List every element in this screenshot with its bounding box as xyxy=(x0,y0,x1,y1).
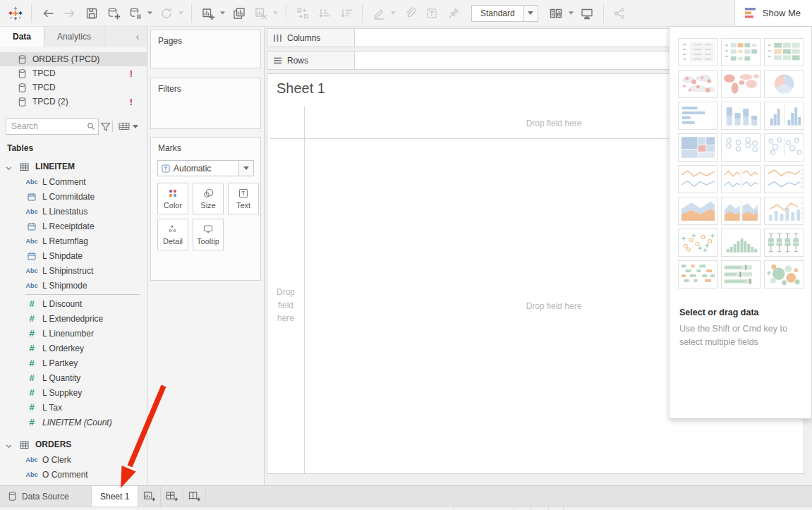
show-me-button[interactable]: Show Me xyxy=(734,0,812,27)
new-story-tab-button[interactable] xyxy=(183,486,206,506)
field-item[interactable]: #L Quantity xyxy=(0,370,147,385)
showme-discrete-area[interactable] xyxy=(721,197,761,225)
field-item[interactable]: #L Discount xyxy=(0,296,147,311)
chevron-down-icon[interactable] xyxy=(523,6,538,21)
tooltip-button[interactable]: Tooltip xyxy=(193,219,224,250)
showme-side-by-side-bars[interactable] xyxy=(764,102,804,130)
showme-discrete-lines[interactable] xyxy=(721,165,761,193)
showme-stacked-bars[interactable] xyxy=(721,102,761,130)
show-mark-labels-button[interactable] xyxy=(422,3,441,24)
collapse-pane-button[interactable]: ‹ xyxy=(128,27,147,47)
chevron-expand-icon[interactable] xyxy=(6,164,12,170)
table-header-lineitem[interactable]: LINEITEM xyxy=(0,159,147,174)
field-item[interactable]: L Receiptdate xyxy=(0,219,147,233)
size-button[interactable]: Size xyxy=(193,183,224,214)
pages-shelf[interactable]: Pages xyxy=(150,30,261,68)
field-item[interactable]: AbcL Shipinstruct xyxy=(0,263,147,278)
highlight-button[interactable] xyxy=(369,3,388,24)
new-worksheet-tab-button[interactable] xyxy=(138,486,161,506)
drop-zone-rows[interactable]: Drop field here xyxy=(267,286,304,325)
showme-scatter-plot[interactable] xyxy=(678,229,718,257)
showme-circle-views[interactable] xyxy=(721,133,761,162)
data-source-item[interactable]: TPCD (2)! xyxy=(0,95,147,109)
showme-continuous-lines[interactable] xyxy=(678,165,718,193)
showme-highlight-table[interactable] xyxy=(721,38,761,66)
data-source-tab[interactable]: Data Source xyxy=(0,486,92,506)
tab-data[interactable]: Data xyxy=(0,27,44,47)
field-item[interactable]: #L Extendedprice xyxy=(0,311,147,326)
data-source-item[interactable]: ORDERS (TPCD) xyxy=(0,52,147,66)
chevron-expand-icon[interactable] xyxy=(6,442,12,448)
chevron-down-icon[interactable] xyxy=(389,3,397,24)
field-item[interactable]: #L Partkey xyxy=(0,356,147,370)
field-item[interactable]: #L Orderkey xyxy=(0,341,147,356)
field-item[interactable]: #L Tax xyxy=(0,400,147,415)
field-item[interactable]: AbcL Linestatus xyxy=(0,204,147,219)
search-box[interactable] xyxy=(6,119,99,135)
showme-bullet-graph[interactable] xyxy=(721,260,761,289)
filter-fields-icon[interactable] xyxy=(99,121,112,132)
sheet-tab-sheet-1[interactable]: Sheet 1 xyxy=(92,486,138,506)
field-item[interactable]: L Shipdate xyxy=(0,248,147,263)
field-item[interactable]: AbcL Comment xyxy=(0,174,147,189)
color-button[interactable]: Color xyxy=(157,183,188,214)
showme-treemap[interactable] xyxy=(678,133,718,162)
share-workbook-button[interactable] xyxy=(610,3,629,24)
clear-sheet-button[interactable] xyxy=(251,3,270,24)
fit-selector[interactable]: Standard xyxy=(471,5,538,22)
showme-packed-bubbles[interactable] xyxy=(764,260,804,289)
field-item[interactable]: AbcL Shipmode xyxy=(0,278,147,293)
presentation-mode-button[interactable] xyxy=(578,3,597,24)
chevron-down-icon[interactable] xyxy=(567,3,575,24)
fix-axes-button[interactable] xyxy=(444,3,463,24)
field-item[interactable]: #L Linenumber xyxy=(0,326,147,341)
showme-text-table[interactable] xyxy=(678,38,718,66)
showme-continuous-area[interactable] xyxy=(678,197,718,225)
field-item[interactable]: #L Suppkey xyxy=(0,385,147,400)
save-button[interactable] xyxy=(82,3,101,24)
showme-pie-chart[interactable] xyxy=(764,70,804,98)
undo-button[interactable] xyxy=(38,3,57,24)
showme-gantt[interactable] xyxy=(678,260,718,289)
chevron-down-icon[interactable] xyxy=(146,3,154,24)
new-dashboard-tab-button[interactable] xyxy=(161,486,183,506)
showme-heat-map[interactable] xyxy=(764,38,804,66)
field-item[interactable]: L Commitdate xyxy=(0,189,147,204)
new-data-source-button[interactable] xyxy=(104,3,123,24)
filters-shelf[interactable]: Filters xyxy=(150,78,261,129)
showme-side-by-side-circles[interactable] xyxy=(764,133,804,162)
sort-ascending-button[interactable] xyxy=(315,3,334,24)
showme-symbol-map[interactable] xyxy=(678,70,718,98)
group-members-button[interactable] xyxy=(400,3,419,24)
field-item[interactable]: AbcO Comment xyxy=(0,467,147,482)
showme-dual-lines[interactable] xyxy=(764,165,804,193)
sort-descending-button[interactable] xyxy=(337,3,356,24)
redo-button[interactable] xyxy=(60,3,79,24)
tab-analytics[interactable]: Analytics xyxy=(44,27,104,47)
data-source-item[interactable]: TPCD xyxy=(0,80,147,95)
detail-button[interactable]: Detail xyxy=(157,219,188,250)
field-item[interactable]: #LINEITEM (Count) xyxy=(0,415,147,430)
showme-box-and-whisker[interactable] xyxy=(764,229,804,257)
data-source-item[interactable]: TPCD! xyxy=(0,66,147,80)
view-as-button[interactable] xyxy=(113,122,141,131)
chevron-down-icon[interactable] xyxy=(219,3,226,24)
run-update-button[interactable] xyxy=(157,3,176,24)
field-item[interactable]: AbcL Returnflag xyxy=(0,233,147,248)
new-worksheet-button[interactable] xyxy=(198,3,217,24)
show-hide-cards-button[interactable] xyxy=(547,3,566,24)
swap-rows-columns-button[interactable] xyxy=(293,3,312,24)
duplicate-sheet-button[interactable] xyxy=(229,3,248,24)
text-button[interactable]: Text xyxy=(228,183,259,214)
showme-histogram[interactable] xyxy=(721,229,761,257)
table-header-orders[interactable]: ORDERS xyxy=(0,437,147,452)
showme-horizontal-bars[interactable] xyxy=(678,102,718,130)
showme-dual-combination[interactable] xyxy=(764,197,804,225)
showme-filled-map[interactable] xyxy=(721,70,761,98)
chevron-down-icon[interactable] xyxy=(177,3,185,24)
pause-auto-updates-button[interactable] xyxy=(126,3,145,24)
mark-type-dropdown[interactable]: Automatic xyxy=(157,160,254,176)
field-item[interactable]: AbcO Clerk xyxy=(0,452,147,467)
chevron-down-icon[interactable] xyxy=(272,3,279,24)
search-input[interactable] xyxy=(11,121,87,131)
